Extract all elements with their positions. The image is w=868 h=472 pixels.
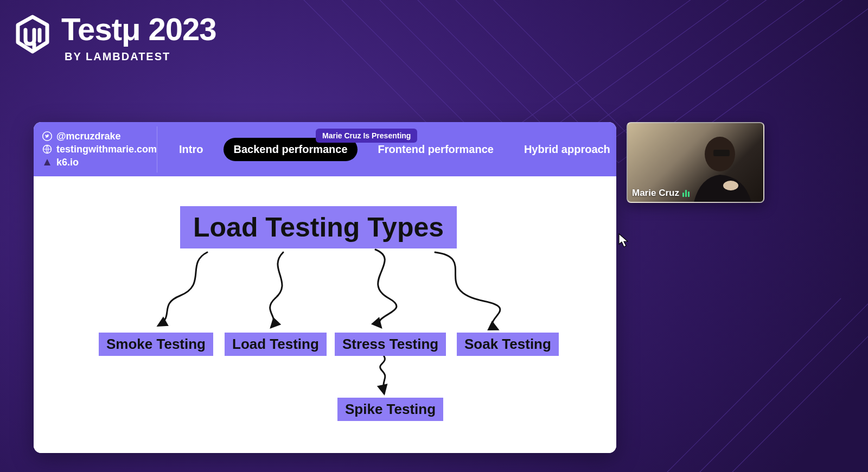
presenter-twitter: @mcruzdrake — [56, 131, 121, 142]
k6-icon — [42, 157, 52, 167]
testmu-logo-icon — [14, 14, 52, 57]
webcam-name: Marie Cruz — [632, 188, 679, 199]
tab-intro[interactable]: Intro — [169, 138, 213, 161]
webcam-panel[interactable]: Marie Cruz — [627, 122, 764, 203]
svg-rect-3 — [713, 150, 730, 156]
node-load-testing: Load Testing — [225, 333, 327, 356]
presenter-site: testingwithmarie.com — [56, 144, 157, 155]
node-smoke-testing: Smoke Testing — [99, 333, 213, 356]
node-soak-testing: Soak Testing — [457, 333, 559, 356]
node-stress-testing: Stress Testing — [335, 333, 446, 356]
slide-body: Load Testing Types Smoke Testing — [34, 176, 616, 453]
svg-point-4 — [723, 181, 738, 190]
audio-level-icon — [682, 189, 690, 197]
brand-subtitle: BY LAMBDATEST — [65, 50, 216, 63]
slide-header: @mcruzdrake testingwithmarie.com k6.io M… — [34, 122, 616, 176]
presenter-info: @mcruzdrake testingwithmarie.com k6.io — [40, 126, 157, 173]
presenter-k6: k6.io — [56, 157, 79, 168]
cursor-icon — [618, 233, 628, 247]
node-spike-testing: Spike Testing — [337, 398, 443, 421]
twitter-icon — [42, 131, 52, 141]
presentation-slide: @mcruzdrake testingwithmarie.com k6.io M… — [34, 122, 616, 453]
tab-hybrid-approach[interactable]: Hybrid approach — [514, 138, 616, 161]
diagram-arrows — [34, 176, 616, 453]
brand-block: Testμ 2023 BY LAMBDATEST — [14, 14, 216, 63]
globe-icon — [42, 144, 52, 154]
brand-title: Testμ 2023 — [61, 14, 216, 45]
presenting-chip: Marie Cruz Is Presenting — [316, 129, 417, 143]
